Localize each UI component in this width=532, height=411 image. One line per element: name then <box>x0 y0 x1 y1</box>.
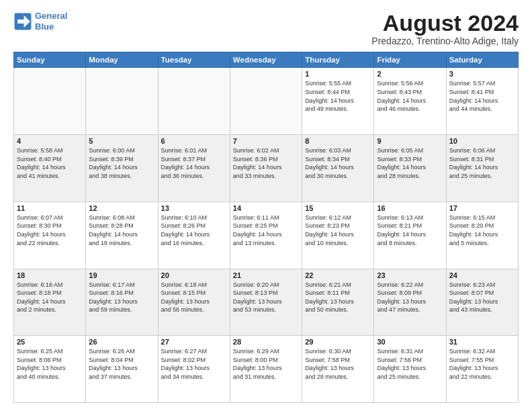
calendar-cell: 15Sunrise: 6:12 AM Sunset: 8:23 PM Dayli… <box>302 201 374 269</box>
day-info: Sunrise: 6:16 AM Sunset: 8:18 PM Dayligh… <box>17 281 83 314</box>
day-info: Sunrise: 6:01 AM Sunset: 8:37 PM Dayligh… <box>161 146 227 180</box>
day-info: Sunrise: 5:57 AM Sunset: 8:41 PM Dayligh… <box>449 79 515 113</box>
calendar-cell: 30Sunrise: 6:31 AM Sunset: 7:56 PM Dayli… <box>374 336 446 403</box>
day-info: Sunrise: 5:55 AM Sunset: 8:44 PM Dayligh… <box>305 79 371 113</box>
calendar-table: Sunday Monday Tuesday Wednesday Thursday… <box>13 52 519 403</box>
day-number: 25 <box>17 338 83 346</box>
day-number: 15 <box>305 204 371 212</box>
calendar-cell: 8Sunrise: 6:03 AM Sunset: 8:34 PM Daylig… <box>302 135 374 202</box>
calendar-cell: 26Sunrise: 6:26 AM Sunset: 8:04 PM Dayli… <box>86 336 158 403</box>
day-info: Sunrise: 6:17 AM Sunset: 8:16 PM Dayligh… <box>89 281 154 314</box>
day-info: Sunrise: 6:10 AM Sunset: 8:26 PM Dayligh… <box>161 214 227 247</box>
day-number: 8 <box>305 137 371 145</box>
calendar-cell: 19Sunrise: 6:17 AM Sunset: 8:16 PM Dayli… <box>86 269 158 336</box>
day-info: Sunrise: 5:58 AM Sunset: 8:40 PM Dayligh… <box>17 146 83 180</box>
calendar-cell <box>14 68 86 135</box>
day-info: Sunrise: 6:32 AM Sunset: 7:55 PM Dayligh… <box>449 347 515 381</box>
title-block: August 2024 Predazzo, Trentino-Alto Adig… <box>371 11 519 46</box>
calendar-cell: 5Sunrise: 6:00 AM Sunset: 8:39 PM Daylig… <box>86 135 158 202</box>
day-info: Sunrise: 6:23 AM Sunset: 8:07 PM Dayligh… <box>449 281 515 314</box>
day-number: 3 <box>449 70 515 78</box>
col-monday: Monday <box>86 52 158 68</box>
calendar-week-3: 18Sunrise: 6:16 AM Sunset: 8:18 PM Dayli… <box>14 269 519 336</box>
day-number: 12 <box>89 204 154 212</box>
calendar-week-2: 11Sunrise: 6:07 AM Sunset: 8:30 PM Dayli… <box>14 201 519 269</box>
calendar-cell: 22Sunrise: 6:21 AM Sunset: 8:11 PM Dayli… <box>302 269 374 336</box>
day-number: 6 <box>161 137 227 145</box>
calendar-cell <box>230 68 302 135</box>
day-number: 24 <box>449 271 515 279</box>
calendar-cell: 12Sunrise: 6:08 AM Sunset: 8:28 PM Dayli… <box>86 201 158 269</box>
day-info: Sunrise: 6:25 AM Sunset: 8:06 PM Dayligh… <box>17 347 83 381</box>
page: General Blue August 2024 Predazzo, Trent… <box>0 0 532 411</box>
day-info: Sunrise: 6:11 AM Sunset: 8:25 PM Dayligh… <box>233 214 299 247</box>
calendar-cell: 20Sunrise: 6:18 AM Sunset: 8:15 PM Dayli… <box>158 269 230 336</box>
day-info: Sunrise: 6:20 AM Sunset: 8:13 PM Dayligh… <box>233 281 299 314</box>
day-number: 2 <box>377 70 443 78</box>
calendar-week-4: 25Sunrise: 6:25 AM Sunset: 8:06 PM Dayli… <box>14 336 519 403</box>
calendar-cell: 9Sunrise: 6:05 AM Sunset: 8:33 PM Daylig… <box>374 135 446 202</box>
day-number: 16 <box>377 204 443 212</box>
calendar-cell <box>158 68 230 135</box>
calendar-cell: 1Sunrise: 5:55 AM Sunset: 8:44 PM Daylig… <box>302 68 374 135</box>
day-info: Sunrise: 6:13 AM Sunset: 8:21 PM Dayligh… <box>377 214 443 247</box>
day-number: 20 <box>161 271 227 279</box>
day-info: Sunrise: 6:21 AM Sunset: 8:11 PM Dayligh… <box>305 281 371 314</box>
col-wednesday: Wednesday <box>230 52 302 68</box>
day-number: 30 <box>377 338 443 346</box>
day-number: 18 <box>17 271 83 279</box>
col-friday: Friday <box>374 52 446 68</box>
logo: General Blue <box>13 11 67 32</box>
day-info: Sunrise: 6:06 AM Sunset: 8:31 PM Dayligh… <box>449 146 515 180</box>
day-number: 4 <box>17 137 83 145</box>
calendar-cell: 7Sunrise: 6:02 AM Sunset: 8:36 PM Daylig… <box>230 135 302 202</box>
calendar-cell: 18Sunrise: 6:16 AM Sunset: 8:18 PM Dayli… <box>14 269 86 336</box>
day-info: Sunrise: 6:31 AM Sunset: 7:56 PM Dayligh… <box>377 347 443 381</box>
col-saturday: Saturday <box>446 52 518 68</box>
calendar-cell: 25Sunrise: 6:25 AM Sunset: 8:06 PM Dayli… <box>14 336 86 403</box>
day-number: 10 <box>449 137 515 145</box>
day-info: Sunrise: 6:00 AM Sunset: 8:39 PM Dayligh… <box>89 146 154 180</box>
day-number: 23 <box>377 271 443 279</box>
day-info: Sunrise: 6:29 AM Sunset: 8:00 PM Dayligh… <box>233 347 299 381</box>
day-number: 14 <box>233 204 299 212</box>
day-number: 29 <box>305 338 371 346</box>
day-number: 26 <box>89 338 154 346</box>
day-info: Sunrise: 5:56 AM Sunset: 8:43 PM Dayligh… <box>377 79 443 113</box>
day-info: Sunrise: 6:07 AM Sunset: 8:30 PM Dayligh… <box>17 214 83 247</box>
day-info: Sunrise: 6:05 AM Sunset: 8:33 PM Dayligh… <box>377 146 443 180</box>
header-row: Sunday Monday Tuesday Wednesday Thursday… <box>14 52 519 68</box>
calendar-cell: 13Sunrise: 6:10 AM Sunset: 8:26 PM Dayli… <box>158 201 230 269</box>
day-info: Sunrise: 6:30 AM Sunset: 7:58 PM Dayligh… <box>305 347 371 381</box>
day-number: 28 <box>233 338 299 346</box>
calendar-cell: 2Sunrise: 5:56 AM Sunset: 8:43 PM Daylig… <box>374 68 446 135</box>
calendar-week-0: 1Sunrise: 5:55 AM Sunset: 8:44 PM Daylig… <box>14 68 519 135</box>
calendar-cell: 24Sunrise: 6:23 AM Sunset: 8:07 PM Dayli… <box>446 269 518 336</box>
day-info: Sunrise: 6:15 AM Sunset: 8:20 PM Dayligh… <box>449 214 515 247</box>
day-number: 13 <box>161 204 227 212</box>
day-number: 11 <box>17 204 83 212</box>
calendar-cell: 23Sunrise: 6:22 AM Sunset: 8:09 PM Dayli… <box>374 269 446 336</box>
logo-line2: Blue <box>35 21 54 32</box>
day-number: 31 <box>449 338 515 346</box>
calendar-cell: 11Sunrise: 6:07 AM Sunset: 8:30 PM Dayli… <box>14 201 86 269</box>
day-info: Sunrise: 6:03 AM Sunset: 8:34 PM Dayligh… <box>305 146 371 180</box>
day-info: Sunrise: 6:08 AM Sunset: 8:28 PM Dayligh… <box>89 214 154 247</box>
calendar-week-1: 4Sunrise: 5:58 AM Sunset: 8:40 PM Daylig… <box>14 135 519 202</box>
col-thursday: Thursday <box>302 52 374 68</box>
calendar-cell: 4Sunrise: 5:58 AM Sunset: 8:40 PM Daylig… <box>14 135 86 202</box>
logo-text: General Blue <box>35 11 67 32</box>
day-number: 19 <box>89 271 154 279</box>
day-info: Sunrise: 6:26 AM Sunset: 8:04 PM Dayligh… <box>89 347 154 381</box>
day-info: Sunrise: 6:02 AM Sunset: 8:36 PM Dayligh… <box>233 146 299 180</box>
day-number: 7 <box>233 137 299 145</box>
calendar-cell: 16Sunrise: 6:13 AM Sunset: 8:21 PM Dayli… <box>374 201 446 269</box>
day-number: 17 <box>449 204 515 212</box>
day-number: 9 <box>377 137 443 145</box>
location-subtitle: Predazzo, Trentino-Alto Adige, Italy <box>371 36 519 46</box>
day-info: Sunrise: 6:27 AM Sunset: 8:02 PM Dayligh… <box>161 347 227 381</box>
calendar-cell: 28Sunrise: 6:29 AM Sunset: 8:00 PM Dayli… <box>230 336 302 403</box>
logo-line1: General <box>35 11 67 21</box>
day-info: Sunrise: 6:18 AM Sunset: 8:15 PM Dayligh… <box>161 281 227 314</box>
day-number: 5 <box>89 137 154 145</box>
